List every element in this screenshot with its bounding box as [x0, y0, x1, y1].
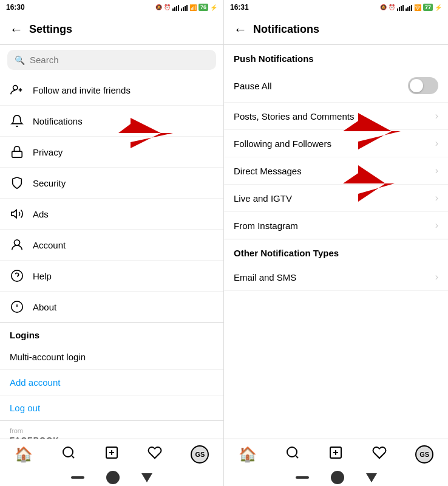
indicators-left [0, 469, 224, 486]
following-label: Following and Followers [234, 139, 331, 149]
svg-line-17 [296, 455, 298, 457]
svg-line-12 [71, 455, 73, 457]
settings-item-ads[interactable]: Ads [0, 199, 223, 230]
from-instagram-item[interactable]: From Instagram › [224, 212, 448, 239]
svg-point-5 [14, 240, 19, 245]
chevron-right-3: › [435, 165, 438, 176]
about-label: About [33, 302, 56, 312]
settings-item-privacy[interactable]: Privacy [0, 137, 223, 168]
ads-icon [10, 207, 24, 221]
direct-messages-item[interactable]: Direct Messages › [224, 157, 448, 185]
settings-title: Settings [29, 23, 72, 36]
logins-section-label: Logins [0, 323, 223, 344]
nav-home-right[interactable]: 🏠 [239, 446, 257, 463]
help-icon [10, 269, 24, 283]
bottom-nav-right: 🏠 [224, 439, 448, 469]
svg-rect-3 [12, 151, 22, 157]
indicator-square-left [71, 476, 84, 479]
svg-point-0 [13, 86, 18, 90]
security-icon [10, 176, 24, 190]
battery-right: 77 [423, 4, 433, 11]
signal-icon [172, 4, 179, 11]
nav-search-right[interactable] [285, 445, 300, 464]
search-icon: 🔍 [15, 55, 25, 65]
status-icons-left: 🔕 ⏰ 📶 76 ⚡ [155, 4, 217, 11]
privacy-icon [10, 145, 24, 159]
status-bar-right: 16:31 🔕 ⏰ 🛜 77 ⚡ [224, 0, 448, 15]
from-label: from [0, 421, 223, 436]
follow-icon [10, 83, 24, 97]
email-sms-label: Email and SMS [234, 272, 296, 282]
nav-heart-left[interactable] [148, 445, 162, 464]
other-section-header: Other Notification Types [224, 239, 448, 264]
notifications-icon [10, 114, 24, 128]
indicator-circle-right [331, 471, 344, 484]
email-sms-item[interactable]: Email and SMS › [224, 264, 448, 291]
nav-profile-left[interactable]: GS [191, 445, 209, 464]
following-item[interactable]: Following and Followers › [224, 130, 448, 157]
bottom-nav-left: 🏠 [0, 439, 223, 469]
settings-item-about[interactable]: About [0, 292, 223, 323]
nav-add-right[interactable] [328, 445, 343, 464]
svg-point-11 [63, 447, 73, 457]
nav-home-left[interactable]: 🏠 [15, 446, 33, 463]
multi-account-item[interactable]: Multi-account login [0, 344, 223, 370]
account-icon [10, 238, 24, 252]
settings-item-notifications[interactable]: Notifications [0, 106, 223, 137]
live-igtv-item[interactable]: Live and IGTV › [224, 185, 448, 212]
back-arrow-notifications[interactable]: ← [234, 22, 247, 38]
nav-add-left[interactable] [104, 445, 119, 464]
push-section-header: Push Notifications [224, 45, 448, 69]
notifications-header: ← Notifications [224, 15, 448, 45]
svg-marker-4 [12, 210, 16, 218]
indicators-right [224, 469, 448, 486]
settings-item-account[interactable]: Account [0, 230, 223, 261]
chevron-right-6: › [435, 272, 438, 282]
wifi-icon: 📶 [189, 4, 197, 11]
signal-right2 [406, 4, 412, 11]
about-icon [10, 299, 24, 314]
notifications-panel: ← Notifications Push Notifications Pause… [224, 15, 448, 469]
direct-messages-label: Direct Messages [234, 166, 302, 176]
settings-panel: ← Settings 🔍 [0, 15, 224, 469]
posts-stories-label: Posts, Stories and Comments [234, 111, 354, 122]
settings-header: ← Settings [0, 15, 223, 45]
account-label: Account [33, 240, 66, 250]
pause-all-item[interactable]: Pause All [224, 69, 448, 103]
signal-icon2 [181, 4, 188, 11]
search-bar[interactable]: 🔍 [7, 50, 216, 70]
help-label: Help [33, 271, 52, 281]
chevron-right-2: › [435, 138, 438, 149]
settings-item-follow[interactable]: Follow and invite friends [0, 75, 223, 106]
battery-icon: 76 [199, 4, 208, 11]
svg-point-6 [12, 270, 22, 281]
notifications-title: Notifications [253, 23, 319, 36]
nav-search-left[interactable] [61, 445, 76, 464]
back-arrow-settings[interactable]: ← [10, 22, 23, 38]
ads-label: Ads [33, 209, 49, 219]
pause-all-toggle[interactable] [408, 77, 438, 94]
security-label: Security [33, 178, 66, 188]
settings-item-security[interactable]: Security [0, 168, 223, 199]
signal-right [397, 4, 404, 11]
log-out-item[interactable]: Log out [0, 395, 223, 421]
search-input[interactable] [30, 55, 209, 65]
wifi-right: 🛜 [414, 4, 421, 11]
status-icons-right: 🔕 ⏰ 🛜 77 ⚡ [380, 4, 442, 11]
svg-point-16 [287, 447, 297, 457]
indicator-circle-left [106, 471, 120, 484]
add-account-item[interactable]: Add account [0, 370, 223, 395]
from-instagram-label: From Instagram [234, 221, 298, 231]
follow-label: Follow and invite friends [33, 85, 131, 95]
time-left: 16:30 [6, 3, 25, 12]
indicator-triangle-right [366, 473, 377, 482]
pause-all-label: Pause All [234, 81, 272, 91]
indicator-triangle-left [141, 473, 152, 482]
chevron-right-5: › [435, 220, 438, 231]
nav-profile-right[interactable]: GS [415, 445, 433, 464]
settings-item-help[interactable]: Help [0, 261, 223, 292]
nav-heart-right[interactable] [372, 445, 387, 464]
posts-stories-item[interactable]: Posts, Stories and Comments › [224, 103, 448, 130]
settings-list: Follow and invite friends Notifications [0, 75, 223, 439]
home-indicators [0, 469, 448, 486]
